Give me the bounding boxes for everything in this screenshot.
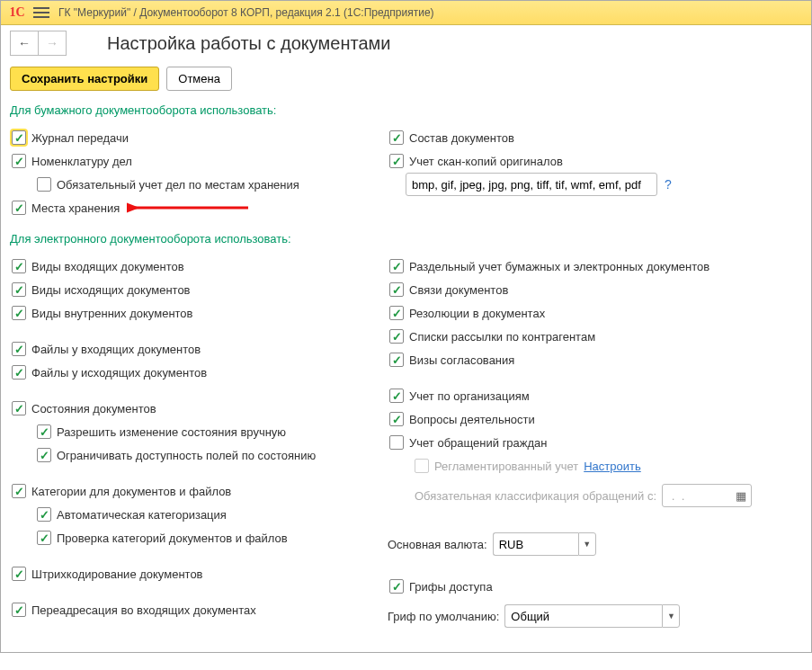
checkbox-scan-copies[interactable] [389,154,404,168]
checkbox-access-stamps[interactable] [389,579,404,594]
label-outgoing-types: Виды исходящих документов [31,283,191,297]
label-access-stamps: Грифы доступа [409,580,493,594]
label-scan-copies: Учет скан-копий оригиналов [409,155,563,168]
checkbox-state-restrict[interactable] [37,448,51,462]
label-state-restrict: Ограничивать доступность полей по состоя… [57,449,316,462]
checkbox-doc-links[interactable] [389,282,404,297]
label-by-org: Учет по организациям [409,389,530,403]
title-bar: 1C ГК "Меркурий" / Документооборот 8 КОР… [1,1,811,25]
label-storage-places: Места хранения [31,201,120,215]
label-resolutions: Резолюции в документах [409,307,545,320]
label-journal: Журнал передачи [31,131,129,145]
label-incoming-types: Виды входящих документов [31,260,184,273]
checkbox-resolutions[interactable] [389,306,404,320]
label-redirect: Переадресация во входящих документах [31,603,256,617]
section-paper-title: Для бумажного документооборота использов… [10,103,802,117]
label-mandatory-storage: Обязательный учет дел по местам хранения [57,178,299,192]
nav-forward-button[interactable]: → [39,31,67,56]
save-button[interactable]: Сохранить настройки [10,67,159,91]
logo-1c-icon: 1C [6,4,28,22]
checkbox-activity-q[interactable] [389,412,404,426]
checkbox-barcode[interactable] [12,567,26,581]
checkbox-incoming-types[interactable] [12,259,26,273]
checkbox-split-paper-elec[interactable] [389,259,404,273]
calendar-icon[interactable]: ▦ [736,489,746,503]
label-doc-states: Состояния документов [31,402,156,415]
red-arrow-annotation [127,200,253,216]
label-approval-visas: Визы согласования [409,353,514,367]
label-mandatory-classification: Обязательная классификация обращений с: [415,489,656,503]
checkbox-mandatory-storage[interactable] [37,177,51,192]
section-electronic-title: Для электронного документооборота исполь… [10,232,802,246]
label-reg-acc: Регламентированный учет [434,460,578,473]
formats-input[interactable] [406,173,657,196]
label-doc-composition: Состав документов [409,131,514,145]
app-title: ГК "Меркурий" / Документооборот 8 КОРП, … [58,6,434,19]
checkbox-citizen-appeals[interactable] [389,435,404,450]
checkbox-doc-composition[interactable] [389,130,404,145]
label-categories: Категории для документов и файлов [31,485,231,498]
checkbox-outgoing-types[interactable] [12,282,26,297]
cancel-button[interactable]: Отмена [166,67,232,91]
checkbox-journal[interactable] [12,130,26,145]
default-stamp-dropdown-icon[interactable]: ▼ [662,604,680,628]
label-activity-q: Вопросы деятельности [409,413,535,426]
checkbox-reg-acc [415,459,429,473]
checkbox-doc-states[interactable] [12,401,26,415]
checkbox-by-org[interactable] [389,389,404,403]
label-internal-types: Виды внутренних документов [31,307,193,320]
nav-back-button[interactable]: ← [10,31,39,56]
checkbox-categories[interactable] [12,484,26,498]
checkbox-mailing-lists[interactable] [389,329,404,344]
label-split-paper-elec: Раздельный учет бумажных и электронных д… [409,260,709,273]
main-currency-input[interactable] [493,532,578,556]
checkbox-check-cat[interactable] [37,531,51,545]
checkbox-auto-cat[interactable] [37,507,51,522]
help-icon[interactable]: ? [665,177,672,192]
checkbox-nomenclature[interactable] [12,154,26,168]
checkbox-internal-types[interactable] [12,306,26,320]
label-main-currency: Основная валюта: [388,538,487,551]
checkbox-storage-places[interactable] [12,201,26,215]
reg-acc-configure-link[interactable]: Настроить [584,460,641,473]
label-check-cat: Проверка категорий документов и файлов [57,532,288,545]
label-citizen-appeals: Учет обращений граждан [409,436,548,450]
label-default-stamp: Гриф по умолчанию: [388,610,499,623]
checkbox-approval-visas[interactable] [389,353,404,367]
label-files-incoming: Файлы у входящих документов [31,343,201,356]
checkbox-files-outgoing[interactable] [12,365,26,380]
page-title: Настройка работы с документами [107,33,391,54]
checkbox-state-manual[interactable] [37,424,51,439]
checkbox-redirect[interactable] [12,603,26,617]
menu-icon[interactable] [33,4,49,21]
label-mailing-lists: Списки рассылки по контрагентам [409,330,595,344]
label-doc-links: Связи документов [409,283,508,297]
label-nomenclature: Номенклатуру дел [31,155,132,168]
default-stamp-input[interactable] [504,604,662,628]
main-currency-dropdown-icon[interactable]: ▼ [578,532,596,556]
label-files-outgoing: Файлы у исходящих документов [31,366,207,380]
label-state-manual: Разрешить изменение состояния вручную [57,425,286,439]
checkbox-files-incoming[interactable] [12,342,26,356]
label-auto-cat: Автоматическая категоризация [57,508,227,522]
label-barcode: Штрихкодирование документов [31,567,203,581]
